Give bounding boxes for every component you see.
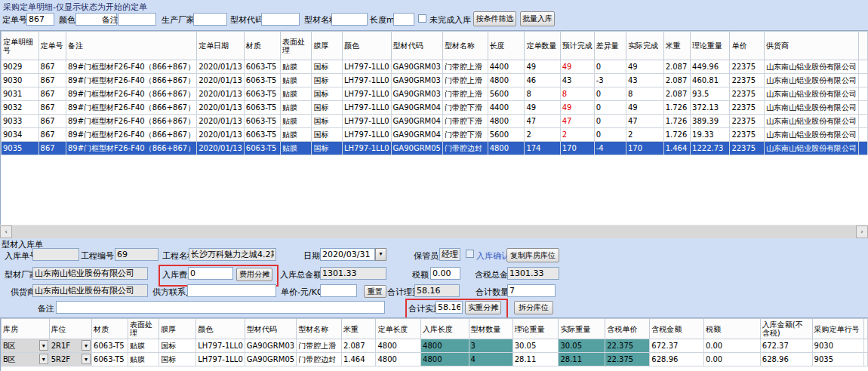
table-cell[interactable]: 2020/01/13: [197, 87, 245, 101]
filter-button[interactable]: 按条件筛选: [473, 11, 516, 26]
table-cell[interactable]: 22375: [730, 101, 765, 115]
table-cell[interactable]: LH797-1LL0: [342, 115, 391, 128]
table-cell[interactable]: LH797-1LL0: [342, 87, 391, 101]
column-header[interactable]: 入库金额(不含税): [760, 319, 812, 339]
table-cell[interactable]: LH797-1LL0: [342, 60, 391, 74]
table-cell[interactable]: 1.464: [341, 353, 375, 366]
table-cell[interactable]: 0.00: [703, 353, 760, 366]
column-header[interactable]: 材质: [92, 319, 128, 339]
table-cell[interactable]: 6063-T5: [92, 353, 128, 366]
table-cell[interactable]: 867: [38, 87, 66, 101]
table-cell[interactable]: B区▾: [2, 353, 50, 366]
table-cell[interactable]: 0.00: [703, 339, 760, 353]
table-cell[interactable]: 47: [525, 115, 560, 128]
table-cell[interactable]: 9030: [2, 74, 39, 87]
table-cell[interactable]: 43: [560, 74, 594, 87]
column-header[interactable]: 米重: [663, 32, 690, 60]
table-cell[interactable]: LH797-1LL0: [196, 353, 245, 366]
table-cell[interactable]: 170: [626, 142, 663, 155]
table-cell[interactable]: 4800: [376, 353, 421, 366]
table-row[interactable]: 903586789#门框型材F26-F40（866+867）2020/01/13…: [2, 142, 868, 155]
table-cell[interactable]: 22375: [730, 142, 765, 155]
table-cell[interactable]: 867: [38, 74, 66, 87]
column-header[interactable]: 备注: [66, 32, 196, 60]
column-header[interactable]: 差异量: [594, 32, 626, 60]
unfinished-checkbox[interactable]: [418, 14, 426, 23]
table-cell[interactable]: 8: [560, 87, 594, 101]
column-header[interactable]: 型材代码: [245, 319, 296, 339]
split-location-button[interactable]: 拆分库位: [514, 301, 553, 314]
column-header[interactable]: 理论重量: [691, 32, 730, 60]
table-cell[interactable]: 43: [626, 74, 663, 87]
project-no-input[interactable]: [115, 248, 159, 261]
table-cell[interactable]: 门带腔下滑: [442, 128, 488, 142]
table-cell[interactable]: 89#门框型材F26-F40（866+867）: [66, 142, 196, 155]
table-cell[interactable]: 1.726: [663, 115, 690, 128]
table-cell[interactable]: 9030: [812, 339, 863, 353]
table-cell[interactable]: 46: [525, 74, 560, 87]
table-cell[interactable]: 4800: [488, 74, 525, 87]
table-cell[interactable]: 22375: [730, 60, 765, 74]
table-cell[interactable]: 22.375: [605, 339, 650, 353]
fee-input[interactable]: [188, 267, 233, 280]
table-cell[interactable]: 9032: [2, 101, 39, 115]
table-cell[interactable]: 89#门框型材F26-F40（866+867）: [66, 87, 196, 101]
column-header[interactable]: 材质: [244, 32, 280, 60]
profile-name-filter-input[interactable]: [331, 13, 368, 26]
table-cell[interactable]: 4: [469, 353, 512, 366]
table-cell[interactable]: [858, 115, 867, 128]
column-header[interactable]: 型材数量: [469, 319, 512, 339]
supplier-input[interactable]: [32, 284, 148, 297]
profile-code-filter-input[interactable]: [261, 13, 300, 26]
table-cell[interactable]: GA90GRM05: [245, 353, 296, 366]
unit-price-input[interactable]: [320, 284, 357, 297]
column-header[interactable]: 库房: [2, 319, 50, 339]
table-cell[interactable]: 30.05: [512, 339, 559, 353]
total-qty-input[interactable]: [507, 284, 556, 297]
table-cell[interactable]: 国标: [159, 339, 196, 353]
weight-share-button[interactable]: 实重分摊: [465, 301, 501, 314]
table-cell[interactable]: 2R1F▾: [49, 339, 91, 353]
table-cell[interactable]: 9035: [2, 142, 39, 155]
column-header[interactable]: 入库长度: [421, 319, 469, 339]
column-header[interactable]: 定单日期: [197, 32, 245, 60]
table-cell[interactable]: 460.81: [691, 74, 730, 87]
table-cell[interactable]: 49: [626, 60, 663, 74]
table-cell[interactable]: 867: [38, 101, 66, 115]
table-cell[interactable]: 贴膜: [281, 74, 312, 87]
table-cell[interactable]: 2020/01/13: [197, 101, 245, 115]
table-cell[interactable]: 170: [560, 142, 594, 155]
table-cell[interactable]: 0: [594, 128, 626, 142]
column-header[interactable]: 实际完成: [626, 32, 663, 60]
column-header[interactable]: 单价: [730, 32, 765, 60]
table-cell[interactable]: 49: [626, 101, 663, 115]
table-cell[interactable]: [858, 87, 867, 101]
table-cell[interactable]: 1.726: [663, 128, 690, 142]
table-cell[interactable]: 2: [560, 128, 594, 142]
column-header[interactable]: 库位: [49, 319, 91, 339]
table-cell[interactable]: 28.11: [512, 353, 559, 366]
table-cell[interactable]: 山东南山铝业股份有限公司: [764, 87, 858, 101]
table-cell[interactable]: 6063-T5: [244, 101, 280, 115]
table-cell[interactable]: 2020/01/13: [197, 115, 245, 128]
table-cell[interactable]: 4400: [488, 60, 525, 74]
column-header[interactable]: [858, 32, 867, 60]
table-cell[interactable]: 89#门框型材F26-F40（866+867）: [66, 101, 196, 115]
table-cell[interactable]: [858, 60, 867, 74]
table-cell[interactable]: 89#门框型材F26-F40（866+867）: [66, 115, 196, 128]
table-cell[interactable]: 389.39: [691, 115, 730, 128]
table-cell[interactable]: 2.087: [663, 87, 690, 101]
column-header[interactable]: 定单数量: [525, 32, 560, 60]
table-cell[interactable]: 山东南山铝业股份有限公司: [764, 101, 858, 115]
table-cell[interactable]: 4400: [488, 101, 525, 115]
length-filter-input[interactable]: [393, 13, 414, 26]
date-dropdown-icon[interactable]: ▾: [375, 248, 386, 261]
column-header[interactable]: 采购定单行号: [812, 319, 863, 339]
column-header[interactable]: 供货商: [764, 32, 858, 60]
fee-share-button[interactable]: 费用分摊: [236, 268, 272, 281]
table-cell[interactable]: LH797-1LL0: [342, 142, 391, 155]
table-cell[interactable]: 6063-T5: [244, 115, 280, 128]
column-header[interactable]: 含税单价: [605, 319, 650, 339]
table-cell[interactable]: 2.087: [663, 74, 690, 87]
column-header[interactable]: 型材代码: [391, 32, 442, 60]
